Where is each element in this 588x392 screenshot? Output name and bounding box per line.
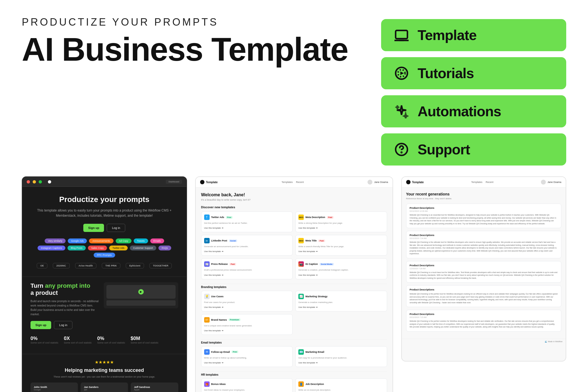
section-branding: Branding templates bbox=[201, 284, 387, 289]
brand-name: Brand Names bbox=[211, 318, 227, 321]
welcome-sub: It's a beautiful day to write some copy,… bbox=[201, 198, 387, 201]
t3-name: Jeff Sandreas bbox=[134, 386, 175, 388]
laptop-icon bbox=[393, 27, 410, 44]
tutorials-btn-label: Tutorials bbox=[418, 65, 474, 81]
center-user: Jane Doama bbox=[367, 180, 388, 185]
linkedin-desc: Generate an announcement post for Linked… bbox=[204, 245, 290, 248]
template-content: Welcome back, Jane! It's a beautiful day… bbox=[196, 188, 393, 392]
support-button[interactable]: Support bbox=[381, 133, 566, 166]
use-ig-btn[interactable]: Use this template ➜ bbox=[298, 274, 318, 276]
main-title: AI Business Template bbox=[22, 33, 365, 66]
brand-icon: 🏷 bbox=[204, 317, 210, 323]
ig-desc: Generate a creative, promotional Instagr… bbox=[298, 268, 384, 271]
use-market-email-btn[interactable]: Use this template ➜ bbox=[298, 362, 318, 364]
star-rating: ★★★★★ bbox=[30, 360, 178, 365]
right-nav: Templates Recent bbox=[471, 181, 494, 183]
gen-card-3: Product Descriptions 11/3/2023 7:28 AM W… bbox=[406, 261, 562, 283]
right-content: Your recent generations Reference these … bbox=[402, 188, 566, 339]
lower-signup-btn[interactable]: Sign up bbox=[30, 321, 51, 329]
linkedin-badge: Social bbox=[229, 240, 237, 242]
question-icon bbox=[393, 141, 410, 158]
meta-desc-badge: Paid bbox=[327, 216, 334, 219]
automations-button[interactable]: Automations bbox=[381, 95, 566, 127]
nav-templates[interactable]: Templates bbox=[281, 181, 293, 183]
meta-title-badge: Paid bbox=[318, 240, 325, 242]
header-section: PRODUCTIZE YOUR PROMPTS AI Business Temp… bbox=[22, 16, 566, 166]
gen-card-5: Product Descriptions 02/12/2023 7:23 AM … bbox=[406, 310, 562, 332]
right-nav-templates[interactable]: Templates bbox=[471, 181, 482, 183]
template-btn-label: Template bbox=[418, 27, 476, 43]
right-user-avatar bbox=[541, 180, 546, 185]
left-preview: Dashboard Productize your prompts This t… bbox=[22, 176, 187, 392]
lower-login-btn[interactable]: Log in bbox=[54, 321, 72, 329]
seo2-icon: SEO bbox=[298, 238, 304, 243]
tutorials-button[interactable]: Tutorials bbox=[381, 57, 566, 89]
branding-grid: 💡 Use Cases Find use cases for your prod… bbox=[201, 291, 387, 335]
dark-signup-btn[interactable]: Sign up bbox=[83, 224, 104, 232]
testimonial-sub: These aren't real reviews yet - you can … bbox=[30, 375, 178, 378]
svg-marker-3 bbox=[400, 72, 404, 75]
tag-13: PPC Prompts bbox=[94, 253, 115, 258]
gen-card-4: Product Descriptions Website QA Checking… bbox=[406, 285, 562, 307]
dark-login-btn[interactable]: Log in bbox=[107, 224, 125, 232]
center-preview-bar: Template Templates Recent Jane Doama bbox=[196, 177, 393, 188]
followup-desc: Write an email to follow up about someth… bbox=[204, 356, 290, 359]
use-brand-btn[interactable]: Use this template ➜ bbox=[204, 329, 223, 332]
t3-company: Apple bbox=[134, 388, 175, 391]
tag-4: Ad Copy bbox=[116, 238, 132, 243]
logo-oe: OE bbox=[37, 263, 47, 268]
template-brand-names: 🏷 Brand Names Freemium Get a unique and … bbox=[201, 314, 293, 335]
right-logo-dot bbox=[406, 180, 411, 184]
use-followup-btn[interactable]: Use this template ➜ bbox=[204, 362, 223, 364]
gen-card-2: Product Descriptions 02/12/2023 7:34 AM … bbox=[406, 231, 562, 258]
marketing-icon: 📈 bbox=[298, 294, 304, 299]
dark-lower-section: Turn any prompt intoa product Build and … bbox=[22, 277, 186, 354]
template-button[interactable]: Template bbox=[381, 19, 566, 51]
followup-badge: Free bbox=[232, 351, 238, 353]
right-preview: Template Templates Recent Jane Doama You… bbox=[401, 176, 566, 362]
right-nav-recent[interactable]: Recent bbox=[486, 181, 494, 183]
recent-title: Your recent generations bbox=[406, 192, 562, 196]
press-desc: Draft a professional press release annou… bbox=[204, 268, 290, 271]
welcome-text: Welcome back, Jane! bbox=[201, 192, 387, 197]
template-bonus: 🎁 Bonus Ideas Get fresh ideas to reward … bbox=[201, 378, 293, 392]
stat-3: 0% Some sort of cool statistic bbox=[97, 336, 125, 344]
sparkle-icon bbox=[393, 103, 410, 120]
use-press-btn[interactable]: Use this template ➜ bbox=[204, 274, 223, 276]
stat-2: 0X Some sort of cool statistic bbox=[64, 336, 92, 344]
nav-recent[interactable]: Recent bbox=[296, 181, 304, 183]
template-marketing: 📈 Marketing Strategy Generate a creative… bbox=[295, 291, 387, 311]
logo-toogether: TOOGETHER bbox=[149, 263, 172, 268]
tag-10: Twitter Ads bbox=[109, 246, 128, 250]
use-linkedin-btn[interactable]: Use this template ➜ bbox=[204, 250, 223, 253]
marketing-desc: Generate a creative marketing plan. bbox=[298, 301, 384, 304]
use-marketing-btn[interactable]: Use this template ➜ bbox=[298, 306, 318, 308]
svg-point-5 bbox=[401, 152, 402, 153]
testimonial-3: Jeff Sandreas Apple Incidunt culpa minim… bbox=[131, 382, 178, 392]
section-email: Email templates bbox=[201, 339, 387, 344]
linkedin-name: LinkedIn Post bbox=[211, 239, 227, 242]
use-meta-title-btn[interactable]: Use this template ➜ bbox=[298, 250, 318, 253]
stat-4: $0M Some sort of cool statistic bbox=[131, 336, 159, 344]
market-email-icon: 📧 bbox=[298, 349, 304, 355]
use-meta-desc-btn[interactable]: Use this template ➜ bbox=[298, 227, 318, 229]
bonus-icon: 🎁 bbox=[204, 381, 210, 387]
use-twitter-btn[interactable]: Use this template ➜ bbox=[204, 227, 223, 229]
stat-1: 0% Some sort of cool statistic bbox=[30, 336, 59, 344]
template-market-email: 📧 Marketing Email Get copy for a promoti… bbox=[295, 346, 387, 367]
tag-9: Sales Copy bbox=[88, 246, 107, 250]
template-twitter-ads: T Twitter Ads Free Get the perfect sente… bbox=[201, 212, 293, 232]
use-usecases-btn[interactable]: Use this template ➜ bbox=[204, 306, 223, 308]
right-buttons: Template Tutorials bbox=[381, 16, 566, 166]
logo-ephicient: Ephicient bbox=[126, 263, 144, 268]
testimonial-1: John Smith Google Incidunt culpa minim s… bbox=[30, 382, 78, 392]
dark-btns: Sign up Log in bbox=[30, 224, 178, 232]
linkedin-icon: in bbox=[204, 238, 210, 243]
job-icon: 👤 bbox=[298, 381, 304, 387]
bonus-name: Bonus Ideas bbox=[211, 383, 226, 385]
ig-name: IG Caption bbox=[305, 263, 318, 265]
press-name: Press Release bbox=[211, 263, 228, 265]
section-hr: HR templates bbox=[201, 371, 387, 376]
maximize-dot bbox=[39, 180, 42, 183]
previews-section: Dashboard Productize your prompts This t… bbox=[22, 176, 566, 392]
